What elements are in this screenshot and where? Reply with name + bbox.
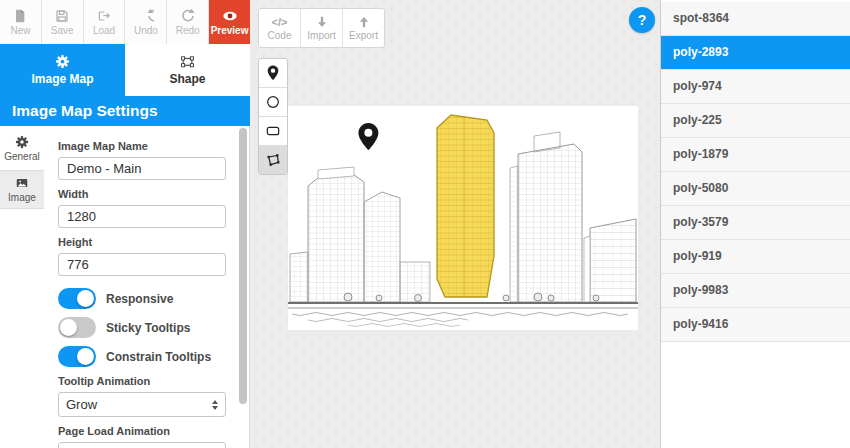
shape-list-item[interactable]: poly-1879 [661,138,850,172]
new-button[interactable]: New [0,0,42,44]
height-field[interactable] [58,253,226,276]
preview-button-label: Preview [211,25,249,36]
settings-tabs: Image Map Shape [0,44,250,96]
toggle-knob [77,348,94,365]
sticky-tooltips-toggle-label: Sticky Tooltips [106,321,190,335]
save-button[interactable]: Save [42,0,84,44]
code-icon: </> [272,15,288,29]
image-icon [15,176,29,190]
redo-button[interactable]: Redo [167,0,209,44]
shape-list-item[interactable]: poly-9983 [661,274,850,308]
undo-icon [138,8,154,24]
rectangle-icon [265,123,281,139]
settings-form: Image Map Name Width Height Responsive S… [58,132,226,448]
import-button[interactable]: Import [301,9,343,47]
undo-button-label: Undo [134,25,158,36]
toggle-knob [60,319,77,336]
tooltip-animation-label: Tooltip Animation [58,375,226,387]
panel-title: Image Map Settings [0,96,250,126]
page-load-animation-label: Page Load Animation [58,425,226,437]
select-arrows-icon [212,400,218,410]
tab-image-map[interactable]: Image Map [0,44,125,96]
code-button[interactable]: </> Code [259,9,301,47]
panel-scrollbar[interactable] [239,128,247,404]
city-illustration [288,106,638,330]
width-label: Width [58,188,226,200]
tab-shape[interactable]: Shape [125,44,250,96]
tooltip-animation-select[interactable]: Grow [58,392,226,417]
load-icon [96,8,112,24]
io-toolbar: </> Code Import Export [258,8,385,48]
oval-tool-button[interactable] [259,88,287,117]
preview-button[interactable]: Preview [209,0,250,44]
export-button[interactable]: Export [343,9,384,47]
shape-icon [180,54,195,69]
shape-list-item[interactable]: poly-974 [661,70,850,104]
tooltip-animation-value: Grow [66,397,97,412]
new-button-label: New [10,25,30,36]
import-button-label: Import [307,30,335,41]
shape-list-item[interactable]: spot-8364 [661,2,850,36]
redo-button-label: Redo [176,25,200,36]
gear-icon [15,135,29,149]
tab-shape-label: Shape [169,72,205,86]
arrow-down-icon [315,15,329,29]
constrain-tooltips-toggle[interactable] [58,346,96,367]
main-toolbar: New Save Load Undo Redo Preview [0,0,250,45]
settings-panel: General Image Image Map Name Width Heigh… [0,126,250,448]
constrain-tooltips-toggle-label: Constrain Tooltips [106,350,211,364]
polygon-tool-button[interactable] [259,146,287,174]
side-tab-image-label: Image [8,192,36,203]
responsive-toggle-label: Responsive [106,292,173,306]
load-button-label: Load [93,25,115,36]
highlighted-building-polygon[interactable] [437,115,494,297]
polygon-icon [265,152,281,168]
redo-icon [180,8,196,24]
pin-icon [265,65,281,81]
toggle-knob [77,290,94,307]
circle-icon [265,94,281,110]
eye-icon [222,8,238,24]
side-tab-general[interactable]: General [0,130,44,167]
side-tab-general-label: General [4,151,40,162]
shape-list-item[interactable]: poly-5080 [661,172,850,206]
code-button-label: Code [268,30,292,41]
editor-canvas[interactable] [288,106,638,330]
height-label: Height [58,236,226,248]
responsive-toggle[interactable] [58,288,96,309]
tab-image-map-label: Image Map [31,72,93,86]
arrow-up-icon [357,15,371,29]
image-map-editor-app: New Save Load Undo Redo Preview Image Ma… [0,0,850,448]
shape-tool-palette [258,58,288,175]
save-button-label: Save [51,25,74,36]
spot-tool-button[interactable] [259,59,287,88]
shapes-list-sidebar: spot-8364 poly-2893 poly-974 poly-225 po… [660,0,850,448]
image-map-name-field[interactable] [58,157,226,180]
sticky-tooltips-toggle[interactable] [58,317,96,338]
side-tab-image[interactable]: Image [0,170,44,209]
settings-side-tabs: General Image [0,130,44,209]
shape-list-item[interactable]: poly-9416 [661,308,850,342]
width-field[interactable] [58,205,226,228]
shape-list-item[interactable]: poly-3579 [661,206,850,240]
page-load-animation-select[interactable]: None [58,442,226,448]
shape-list-item[interactable]: poly-225 [661,104,850,138]
help-button[interactable]: ? [629,7,655,33]
new-file-icon [12,8,28,24]
undo-button[interactable]: Undo [125,0,167,44]
load-button[interactable]: Load [84,0,126,44]
export-button-label: Export [349,30,378,41]
gear-icon [55,54,70,69]
rect-tool-button[interactable] [259,117,287,146]
shape-list-item[interactable]: poly-919 [661,240,850,274]
image-map-name-label: Image Map Name [58,140,226,152]
save-icon [54,8,70,24]
shape-list-item-selected[interactable]: poly-2893 [661,36,850,70]
